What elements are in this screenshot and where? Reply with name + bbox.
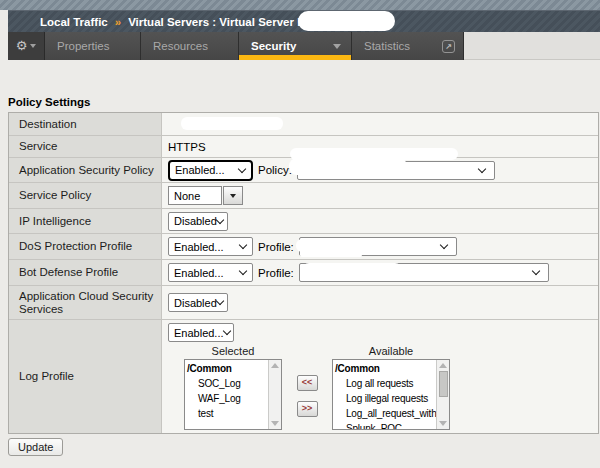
tab-label: Statistics	[364, 33, 410, 60]
dos-state-select[interactable]: Enabled...	[168, 237, 253, 256]
breadcrumb-page[interactable]: Virtual Servers : Virtual Server List	[128, 16, 317, 28]
tab-bar-spacer	[464, 32, 600, 60]
chevron-down-icon	[216, 215, 224, 223]
row-application-cloud-security-services: Application Cloud Security Services Disa…	[9, 285, 598, 319]
update-button[interactable]: Update	[8, 438, 63, 456]
available-list-header: Available	[332, 345, 450, 357]
row-label: Service	[9, 136, 162, 157]
list-item[interactable]: test	[185, 406, 268, 421]
list-item[interactable]: WAF_Log	[185, 391, 268, 406]
external-link-icon[interactable]: ↗	[442, 40, 455, 53]
service-policy-dropdown-button[interactable]	[223, 186, 243, 205]
page-title: Policy Settings	[8, 96, 90, 108]
redaction	[298, 11, 395, 31]
chevron-down-icon	[478, 164, 486, 172]
row-label: Bot Defense Profile	[9, 260, 162, 285]
chevron-down-icon	[239, 267, 247, 275]
scrollbar[interactable]	[436, 360, 449, 429]
redaction	[408, 268, 456, 274]
row-service-policy: Service Policy None	[9, 182, 598, 208]
redaction	[300, 252, 362, 257]
move-to-selected-button[interactable]: <<	[297, 375, 318, 391]
row-log-profile: Log Profile Enabled... Selected /Common …	[9, 319, 598, 433]
chevron-down-icon	[440, 241, 448, 249]
tab-resources[interactable]: Resources	[141, 32, 239, 60]
row-label: Log Profile	[9, 320, 162, 433]
list-item[interactable]: Splunk_POC	[333, 421, 436, 429]
breadcrumb-section[interactable]: Local Traffic	[40, 16, 108, 28]
dos-state-value: Enabled...	[174, 241, 224, 253]
list-item[interactable]: Log_all_request_with_reponse	[333, 406, 436, 421]
row-label: Application Cloud Security Services	[9, 286, 162, 319]
service-policy-input[interactable]: None	[168, 186, 222, 205]
row-destination: Destination	[9, 113, 598, 135]
selected-list-header: Selected	[184, 345, 282, 357]
row-label: IP Intelligence	[9, 209, 162, 233]
tab-statistics[interactable]: Statistics ↗	[352, 32, 464, 60]
profile-inline-label: Profile:	[258, 267, 294, 279]
log-profile-dual-list: Selected /Common SOC_Log WAF_Log test	[184, 343, 450, 431]
log-profile-state-select[interactable]: Enabled...	[168, 323, 234, 342]
chevron-down-icon[interactable]	[333, 44, 341, 49]
available-listbox[interactable]: /Common Log all requests Log illegal req…	[332, 359, 450, 430]
list-item[interactable]: Log all requests	[333, 376, 436, 391]
chevron-down-icon	[216, 297, 224, 305]
tab-bar: ⚙ Properties Resources Security Statisti…	[8, 32, 600, 60]
scroll-up-icon[interactable]	[271, 363, 279, 368]
top-striped-banner	[0, 0, 600, 10]
policy-inline-label: Policy:	[258, 164, 292, 176]
gear-menu-button[interactable]: ⚙	[8, 32, 45, 60]
asp-state-select[interactable]: Enabled...	[168, 160, 253, 181]
list-item[interactable]: /Common	[185, 361, 268, 376]
profile-inline-label: Profile:	[258, 241, 294, 253]
redaction	[302, 263, 402, 278]
bot-state-value: Enabled...	[174, 267, 224, 279]
selected-listbox[interactable]: /Common SOC_Log WAF_Log test	[184, 359, 282, 430]
chevron-down-icon	[230, 194, 236, 198]
ip-intelligence-select[interactable]: Disabled	[168, 212, 228, 231]
row-label: DoS Protection Profile	[9, 234, 162, 259]
gear-icon: ⚙	[16, 32, 28, 60]
tab-security[interactable]: Security	[239, 32, 352, 60]
tab-label: Resources	[153, 33, 208, 60]
redaction	[181, 117, 283, 130]
transfer-buttons: << >>	[282, 360, 332, 431]
redaction	[289, 158, 407, 175]
log-profile-state-value: Enabled...	[174, 327, 224, 339]
chevron-down-icon	[30, 44, 36, 48]
acss-select[interactable]: Disabled	[168, 293, 228, 312]
chevron-down-icon	[222, 327, 230, 335]
tab-label: Properties	[57, 33, 109, 60]
list-item[interactable]: Log illegal requests	[333, 391, 436, 406]
scrollbar-thumb[interactable]	[439, 371, 448, 397]
row-label: Application Security Policy	[9, 158, 162, 182]
scroll-down-icon[interactable]	[271, 421, 279, 426]
list-item[interactable]: SOC_Log	[185, 376, 268, 391]
list-item[interactable]: /Common	[333, 361, 436, 376]
tab-properties[interactable]: Properties	[45, 32, 141, 60]
row-ip-intelligence: IP Intelligence Disabled	[9, 208, 598, 233]
scroll-down-icon[interactable]	[439, 421, 447, 426]
asp-state-value: Enabled...	[175, 164, 225, 176]
f5-security-page: Local Traffic » Virtual Servers : Virtua…	[0, 0, 600, 468]
breadcrumb-separator-icon: »	[115, 16, 121, 28]
active-tab-underline	[239, 55, 351, 60]
acss-value: Disabled	[174, 297, 217, 309]
row-label: Service Policy	[9, 183, 162, 208]
chevron-down-icon	[239, 241, 247, 249]
scrollbar[interactable]	[268, 360, 281, 429]
redaction	[296, 239, 388, 252]
row-label: Destination	[9, 113, 162, 135]
move-to-available-button[interactable]: >>	[297, 401, 318, 417]
bot-state-select[interactable]: Enabled...	[168, 263, 253, 282]
chevron-down-icon	[532, 267, 540, 275]
ip-intelligence-value: Disabled	[174, 215, 217, 227]
chevron-down-icon	[238, 164, 246, 172]
scroll-up-icon[interactable]	[439, 363, 447, 368]
